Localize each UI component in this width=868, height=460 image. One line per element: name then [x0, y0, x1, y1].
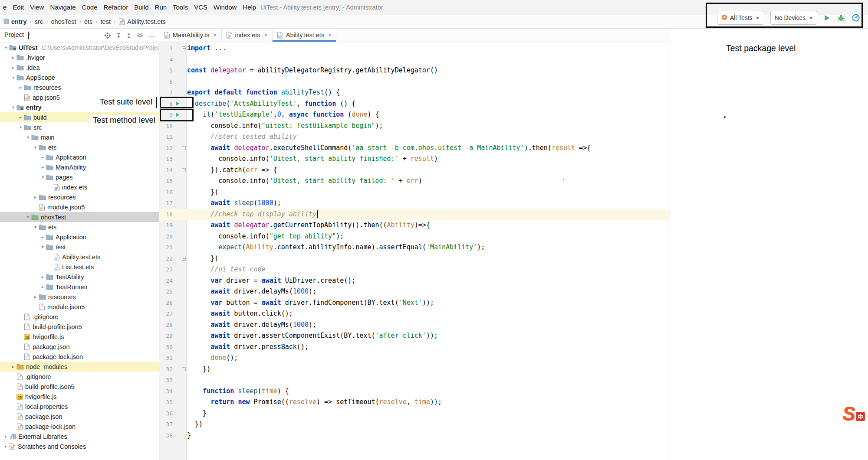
menu-item-window[interactable]: Window — [210, 0, 240, 15]
menu-item-vcs[interactable]: VCS — [191, 0, 210, 15]
tree-item-hvigor[interactable]: ▸.hvigor — [0, 52, 159, 62]
chevron-down-icon[interactable]: ▾ — [25, 135, 31, 140]
ime-logo[interactable]: S — [842, 405, 855, 422]
close-tab-icon[interactable]: × — [213, 32, 217, 39]
tree-item-package-lock-json[interactable]: package-lock.json — [0, 352, 159, 362]
collapse-all-icon[interactable]: ↧ — [116, 32, 122, 39]
close-tab-icon[interactable]: × — [264, 32, 268, 39]
breadcrumb-item-ets[interactable]: ets — [84, 18, 92, 25]
tree-item-package-json[interactable]: package.json — [0, 411, 159, 421]
tree-item-testrunner[interactable]: ▸TestRunner — [0, 282, 159, 292]
fold-marker-icon[interactable] — [182, 146, 186, 150]
tree-item-hvigorfile-js[interactable]: JShvigorfile.js — [0, 332, 159, 342]
chevron-right-icon[interactable]: ▸ — [39, 165, 46, 170]
tree-item-node-modules[interactable]: ▸node_modules — [0, 362, 159, 372]
project-view-selector[interactable]: Project ▾ — [4, 31, 29, 39]
chevron-down-icon[interactable]: ▾ — [39, 245, 46, 249]
breadcrumb-item-ohostest[interactable]: ohosTest — [51, 18, 76, 25]
tree-item-application[interactable]: ▸Application — [0, 152, 159, 162]
tree-item-list-test-ets[interactable]: List.test.ets — [0, 262, 159, 272]
close-tab-icon[interactable]: × — [328, 32, 332, 39]
chevron-down-icon[interactable]: ▾ — [32, 225, 39, 229]
menu-item-navigate[interactable]: Navigate — [47, 0, 79, 15]
menu-item-code[interactable]: Code — [79, 0, 101, 15]
tree-item-build-profile-json5[interactable]: build-profile.json5 — [0, 382, 159, 391]
breadcrumb-item-src[interactable]: src — [35, 18, 43, 25]
breadcrumb-item-entry[interactable]: entry — [11, 18, 26, 25]
menu-item-run[interactable]: Run — [152, 0, 170, 15]
menu-item-build[interactable]: Build — [131, 0, 151, 15]
tree-item-main[interactable]: ▾main — [0, 132, 159, 142]
chevron-down-icon[interactable]: ▾ — [10, 75, 16, 80]
fold-marker-icon[interactable] — [182, 168, 186, 172]
chevron-right-icon[interactable]: ▸ — [32, 195, 39, 199]
tab-ability-test-ets[interactable]: Ability.test.ets× — [273, 29, 337, 42]
menu-item-edit[interactable]: Edit — [10, 0, 27, 15]
ime-toolbar[interactable]: S — [842, 405, 865, 422]
tree-item-build-profile-json5[interactable]: build-profile.json5 — [0, 322, 159, 332]
tree-item-package-lock-json[interactable]: package-lock.json — [0, 421, 159, 431]
fold-marker-icon[interactable] — [182, 46, 186, 50]
tree-item-ets[interactable]: ▾ets — [0, 222, 159, 232]
tree-item-testability[interactable]: ▸TestAbility — [0, 272, 159, 282]
tree-item-idea[interactable]: ▸.idea — [0, 62, 159, 72]
chevron-down-icon[interactable]: ▾ — [10, 105, 16, 110]
chevron-right-icon[interactable]: ▸ — [10, 65, 16, 70]
menu-item-tools[interactable]: Tools — [170, 0, 191, 15]
chevron-right-icon[interactable]: ▸ — [17, 115, 24, 120]
code-editor[interactable]: import ...const delegator = abilityDeleg… — [187, 43, 591, 441]
ime-mode-chinese-icon[interactable] — [856, 412, 865, 421]
tree-item-mainability[interactable]: ▸MainAbility — [0, 162, 159, 172]
tree-item-package-json[interactable]: package.json — [0, 342, 159, 352]
locate-file-icon[interactable] — [104, 32, 111, 39]
chevron-down-icon[interactable]: ▾ — [17, 125, 24, 130]
chevron-right-icon[interactable]: ▸ — [39, 155, 46, 160]
chevron-down-icon[interactable]: ▾ — [32, 145, 39, 150]
tree-item-pages[interactable]: ▾pages — [0, 172, 159, 182]
tree-item-index-ets[interactable]: index.ets — [0, 182, 159, 192]
chevron-right-icon[interactable]: ▸ — [39, 235, 46, 239]
breadcrumb-item-test[interactable]: test — [101, 18, 111, 25]
expand-all-icon[interactable]: ↥ — [126, 32, 132, 39]
fold-marker-icon[interactable] — [182, 257, 186, 261]
chevron-down-icon[interactable]: ▾ — [3, 45, 9, 50]
fold-marker-icon[interactable] — [182, 367, 186, 371]
tree-item-resources[interactable]: ▸resources — [0, 292, 159, 302]
tree-item-resources[interactable]: ▸resources — [0, 192, 159, 202]
chevron-down-icon[interactable]: ▾ — [39, 175, 46, 179]
chevron-right-icon[interactable]: ▸ — [39, 284, 46, 289]
breadcrumb-item-ability-test-ets[interactable]: Ability.test.ets — [127, 18, 165, 25]
chevron-right-icon[interactable]: ▸ — [32, 294, 39, 299]
tree-item-module-json5[interactable]: module.json5 — [0, 202, 159, 212]
tree-item-resources[interactable]: ▸resources — [0, 82, 159, 92]
menu-item-help[interactable]: Help — [240, 0, 259, 15]
tree-item-ets[interactable]: ▾ets — [0, 142, 159, 152]
tree-item-ability-test-ets[interactable]: Ability.test.ets — [0, 252, 159, 262]
menu-item-view[interactable]: View — [27, 0, 47, 15]
chevron-right-icon[interactable]: ▸ — [39, 274, 46, 279]
settings-gear-icon[interactable] — [137, 32, 143, 39]
tree-item-application[interactable]: ▸Application — [0, 232, 159, 242]
hide-panel-icon[interactable]: — — [148, 32, 155, 39]
tree-item-external-libraries[interactable]: ▸External Libraries — [0, 431, 159, 441]
chevron-right-icon[interactable]: ▸ — [10, 364, 16, 369]
chevron-right-icon[interactable]: ▸ — [17, 85, 24, 90]
tab-index-ets[interactable]: index.ets× — [222, 29, 273, 42]
menu-item-e[interactable]: e — [0, 0, 10, 15]
tree-item-uitest[interactable]: ▾UiTestC:\Users\Administrator\DevEcoStud… — [0, 42, 159, 52]
tree-item-test[interactable]: ▾test — [0, 242, 159, 252]
chevron-right-icon[interactable]: ▸ — [3, 444, 9, 449]
chevron-down-icon[interactable]: ▾ — [25, 215, 31, 219]
tree-item-gitignore[interactable]: .gitignore — [0, 372, 159, 382]
tree-item-ohostest[interactable]: ▾ohosTest — [0, 212, 159, 222]
tab-mainability-ts[interactable]: MainAbility.ts× — [159, 29, 222, 42]
tree-item-appscope[interactable]: ▾AppScope — [0, 72, 159, 82]
chevron-right-icon[interactable]: ▸ — [3, 434, 9, 439]
tree-item-gitignore[interactable]: .gitignore — [0, 312, 159, 322]
tree-item-scratches-and-consoles[interactable]: ▸Scratches and Consoles — [0, 441, 159, 451]
chevron-right-icon[interactable]: ▸ — [10, 55, 16, 60]
tree-item-local-properties[interactable]: local.properties — [0, 401, 159, 411]
tree-item-hvigorfile-js[interactable]: JShvigorfile.js — [0, 391, 159, 401]
menu-item-refactor[interactable]: Refactor — [101, 0, 132, 15]
tree-item-module-json5[interactable]: module.json5 — [0, 302, 159, 312]
